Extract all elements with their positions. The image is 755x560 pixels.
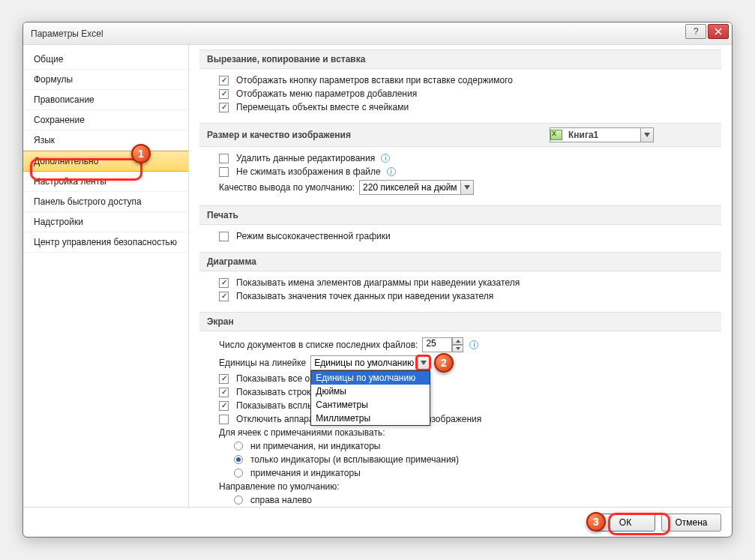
sidebar-item-language[interactable]: Язык (23, 130, 188, 151)
label-ruler-units: Единицы на линейке (219, 358, 306, 368)
checkbox-delete-edit-data[interactable] (219, 154, 229, 163)
label-default-direction: Направление по умолчанию: (219, 481, 340, 492)
checkbox-paste-options[interactable] (219, 76, 229, 85)
checkbox-high-quality[interactable] (219, 232, 229, 241)
excel-icon (550, 130, 562, 140)
recent-docs-input[interactable]: 25 (422, 337, 452, 352)
sidebar-item-advanced[interactable]: Дополнительно (23, 151, 188, 172)
image-workbook-value: Книга1 (565, 130, 640, 140)
label-no-compress: Не сжимать изображения в файле (236, 166, 381, 177)
label-delete-edit-data: Удалить данные редактирования (236, 153, 375, 163)
dropdown-option-millimeters[interactable]: Миллиметры (311, 412, 430, 425)
checkbox-show-all-windows[interactable] (219, 374, 229, 384)
checkbox-insert-options[interactable] (219, 89, 229, 99)
ruler-units-value: Единицы по умолчанию (311, 358, 417, 368)
label-cell-comments: Для ячеек с примечаниями показывать: (219, 427, 385, 438)
label-insert-options: Отображать меню параметров добавления (236, 88, 417, 99)
label-right-to-left: справа налево (250, 495, 312, 505)
checkbox-chart-elem-names[interactable] (219, 278, 229, 288)
section-chart: Диаграмма (199, 252, 721, 271)
checkbox-show-formula-bar[interactable] (219, 388, 229, 397)
label-comments-and-indicators: примечания и индикаторы (250, 468, 361, 478)
section-screen: Экран (199, 312, 721, 331)
dropdown-option-centimeters[interactable]: Сантиметры (311, 398, 430, 412)
label-paste-options: Отображать кнопку параметров вставки при… (236, 75, 513, 85)
options-content: Вырезание, копирование и вставка Отображ… (189, 45, 732, 507)
label-only-indicators: только индикаторы (и всплывающие примеча… (250, 454, 459, 465)
radio-right-to-left[interactable] (234, 496, 243, 505)
image-workbook-combo[interactable]: Книга1 (550, 127, 654, 142)
label-chart-point-values: Показывать значения точек данных при нав… (236, 291, 493, 301)
checkbox-disable-hw-accel[interactable] (219, 415, 229, 424)
spinner-up[interactable] (452, 337, 463, 345)
info-icon: i (381, 154, 390, 163)
radio-only-indicators[interactable] (234, 455, 243, 464)
ok-button[interactable]: ОК (595, 514, 655, 532)
ruler-units-dropdown[interactable]: Единицы по умолчанию Дюймы Сантиметры Ми… (310, 370, 430, 426)
svg-text:?: ? (694, 27, 699, 36)
label-chart-elem-names: Показывать имена элементов диаграммы при… (236, 277, 520, 288)
options-dialog: Параметры Excel ? Общие Формулы Правопис… (22, 22, 733, 538)
radio-comments-and-indicators[interactable] (234, 469, 243, 478)
sidebar-item-proofing[interactable]: Правописание (23, 90, 188, 110)
label-show-formula-bar: Показывать строку (236, 387, 315, 397)
checkbox-no-compress[interactable] (219, 167, 229, 177)
chevron-down-icon[interactable] (417, 356, 430, 370)
close-button[interactable] (708, 24, 729, 39)
dropdown-option-default[interactable]: Единицы по умолчанию (311, 371, 430, 385)
help-button[interactable]: ? (685, 24, 706, 39)
section-cut-copy-paste: Вырезание, копирование и вставка (199, 49, 721, 69)
chevron-down-icon[interactable] (640, 128, 653, 142)
section-image-quality: Размер и качество изображения Книга1 (199, 123, 721, 147)
sidebar-item-ribbon[interactable]: Настройка ленты (23, 172, 188, 192)
checkbox-chart-point-values[interactable] (219, 292, 229, 301)
checkbox-show-tooltips[interactable] (219, 401, 229, 411)
label-high-quality: Режим высококачественной графики (236, 231, 391, 241)
label-show-all-windows: Показывать все окн (236, 373, 319, 384)
dialog-footer: ОК Отмена (23, 507, 732, 537)
section-print: Печать (199, 205, 721, 225)
label-quality: Качество вывода по умолчанию: (219, 182, 355, 193)
chevron-down-icon[interactable] (460, 181, 473, 194)
sidebar-item-addins[interactable]: Надстройки (23, 212, 188, 232)
sidebar-item-general[interactable]: Общие (23, 49, 188, 70)
sidebar-item-quick-access[interactable]: Панель быстрого доступа (23, 192, 188, 212)
window-title: Параметры Excel (31, 28, 103, 39)
sidebar-item-formulas[interactable]: Формулы (23, 70, 188, 90)
quality-value: 220 пикселей на дюйм (360, 182, 460, 193)
checkbox-move-objects[interactable] (219, 103, 229, 112)
sidebar-item-save[interactable]: Сохранение (23, 110, 188, 130)
info-icon: i (469, 340, 478, 349)
quality-combo[interactable]: 220 пикселей на дюйм (359, 180, 474, 195)
sidebar-item-trust-center[interactable]: Центр управления безопасностью (23, 232, 188, 253)
label-no-comments: ни примечания, ни индикаторы (250, 441, 380, 451)
label-show-tooltips: Показывать всплы (236, 400, 314, 411)
dropdown-option-inches[interactable]: Дюймы (311, 385, 430, 398)
cancel-button[interactable]: Отмена (661, 514, 721, 532)
spinner-down[interactable] (452, 345, 463, 352)
ruler-units-combo[interactable]: Единицы по умолчанию (310, 355, 430, 370)
info-icon: i (387, 167, 396, 176)
label-move-objects: Перемещать объекты вместе с ячейками (236, 102, 409, 112)
section-image-quality-label: Размер и качество изображения (207, 130, 351, 140)
category-sidebar: Общие Формулы Правописание Сохранение Яз… (23, 45, 189, 507)
titlebar: Параметры Excel ? (23, 22, 732, 45)
radio-no-comments[interactable] (234, 442, 243, 451)
label-recent-docs: Число документов в списке последних файл… (219, 340, 418, 350)
